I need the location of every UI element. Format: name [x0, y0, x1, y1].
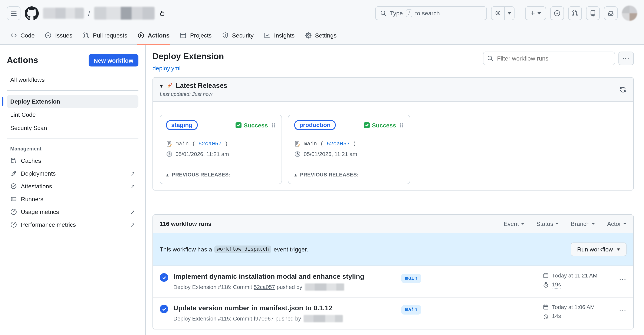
run-commit-sha-link[interactable]: f970967 [254, 315, 274, 322]
calendar-icon [543, 272, 549, 279]
event-filter-dropdown[interactable]: Event [504, 220, 524, 227]
tab-security[interactable]: Security [218, 27, 258, 44]
inbox-icon [607, 10, 614, 17]
external-link-icon: ↗ [130, 170, 135, 177]
commit-sha-link[interactable]: 52ca057 [198, 141, 222, 147]
chevron-down-icon [538, 12, 541, 14]
collapse-up-icon: ▲ [166, 173, 169, 177]
tab-settings[interactable]: Settings [300, 27, 341, 44]
run-date: Today at 1:06 AM [552, 304, 595, 310]
stopwatch-icon [543, 313, 549, 320]
tab-actions[interactable]: Actions [133, 27, 174, 44]
collapse-icon[interactable]: ▼ [160, 83, 163, 88]
sync-icon [619, 86, 626, 93]
run-commit-sha-link[interactable]: 52ca057 [254, 284, 275, 290]
management-item-label: Caches [21, 157, 41, 164]
workflow-item-label: Deploy Extension [10, 98, 60, 105]
top-bar: / Type / to search + [0, 0, 644, 27]
sidebar-item-deployments[interactable]: Deployments ↗ [7, 167, 138, 180]
tab-label: Pull requests [93, 32, 127, 39]
run-options-kebab-button[interactable]: ··· [614, 307, 626, 314]
run-date: Today at 11:21 AM [552, 272, 597, 279]
drag-handle-icon[interactable] [272, 123, 273, 124]
actor-filter-dropdown[interactable]: Actor [607, 220, 626, 227]
search-placeholder-suffix: to search [415, 10, 440, 17]
branch-filter-dropdown[interactable]: Branch [571, 220, 595, 227]
sidebar-item-deploy-extension[interactable]: Deploy Extension [7, 95, 138, 108]
tab-issues[interactable]: Issues [41, 27, 77, 44]
issues-header-button[interactable] [550, 7, 564, 20]
pull-requests-header-button[interactable] [568, 7, 582, 20]
notifications-inbox-button[interactable] [604, 7, 618, 20]
previous-releases-label: PREVIOUS RELEASES: [300, 172, 359, 178]
filter-label: Event [504, 220, 519, 227]
external-link-icon: ↗ [130, 209, 135, 215]
sidebar-item-attestations[interactable]: Attestations ↗ [7, 180, 138, 193]
status-label: Success [244, 122, 268, 129]
verified-badge-icon [10, 183, 17, 190]
user-avatar-redacted[interactable] [622, 6, 637, 21]
hamburger-menu-button[interactable] [7, 7, 20, 20]
search-icon [487, 55, 494, 62]
sidebar-item-runners[interactable]: Runners [7, 193, 138, 205]
copilot-dropdown-button[interactable] [505, 7, 514, 20]
sidebar-item-performance-metrics[interactable]: Performance metrics ↗ [7, 218, 138, 231]
repo-tab-bar: Code Issues Pull requests Actions Projec… [0, 27, 644, 45]
commit-sha-link[interactable]: 52ca057 [327, 141, 350, 147]
play-circle-icon [138, 32, 144, 39]
sidebar-item-all-workflows[interactable]: All workflows [7, 73, 138, 86]
success-check-icon [236, 122, 242, 128]
clock-emoji-icon [294, 151, 301, 157]
create-new-button[interactable]: + [526, 7, 546, 20]
tab-code[interactable]: Code [6, 27, 39, 44]
branch-badge[interactable]: main [401, 305, 421, 314]
sidebar-item-usage-metrics[interactable]: Usage metrics ↗ [7, 205, 138, 218]
filter-workflow-runs-input[interactable] [483, 52, 615, 65]
tab-pull-requests[interactable]: Pull requests [78, 27, 132, 44]
chevron-down-icon [521, 223, 524, 225]
repo-owner-redacted[interactable] [43, 8, 84, 19]
workflow-run-row: Implement dynamic installation modal and… [153, 266, 633, 297]
selected-indicator-bar [2, 97, 4, 106]
copilot-icon [495, 10, 502, 17]
run-meta-suffix: pushed by [276, 315, 301, 322]
environment-pill: staging [166, 120, 198, 130]
server-icon [10, 196, 17, 202]
sidebar-divider [7, 90, 138, 91]
tab-insights[interactable]: Insights [260, 27, 299, 44]
repo-name-redacted[interactable] [94, 7, 154, 20]
workflow-runs-count: 116 workflow runs [160, 220, 212, 227]
previous-releases-toggle[interactable]: ▲ PREVIOUS RELEASES: [294, 172, 404, 178]
run-options-kebab-button[interactable]: ··· [614, 276, 626, 282]
pushed-by-user-redacted [304, 315, 343, 322]
chevron-down-icon [592, 223, 595, 225]
chevron-down-icon [556, 223, 559, 225]
repositories-header-button[interactable] [586, 7, 600, 20]
workflow-options-kebab-button[interactable]: ··· [618, 52, 634, 65]
refresh-button[interactable] [619, 86, 626, 93]
run-title-link[interactable]: Implement dynamic installation modal and… [173, 272, 388, 281]
copilot-chat-button[interactable] [492, 7, 504, 20]
drag-handle-icon[interactable] [400, 123, 401, 124]
sidebar-title: Actions [7, 55, 38, 65]
sidebar-item-security-scan[interactable]: Security Scan [7, 122, 138, 134]
issue-opened-icon [554, 10, 560, 17]
new-workflow-button[interactable]: New workflow [88, 54, 138, 67]
status-filter-dropdown[interactable]: Status [536, 220, 559, 227]
run-workflow-button[interactable]: Run workflow [571, 242, 626, 256]
previous-releases-toggle[interactable]: ▲ PREVIOUS RELEASES: [166, 172, 276, 178]
github-logo-icon[interactable] [25, 6, 39, 20]
hamburger-icon [11, 13, 16, 14]
tab-projects[interactable]: Projects [176, 27, 216, 44]
sidebar-item-caches[interactable]: Caches [7, 154, 138, 167]
global-search-input[interactable]: Type / to search [376, 7, 487, 20]
page-title: Deploy Extension [152, 52, 224, 61]
latest-releases-panel: ▼ Latest Releases Last updated: Just now [152, 77, 634, 190]
git-pull-request-icon [83, 32, 90, 39]
run-title-link[interactable]: Update version number in manifest.json t… [173, 304, 388, 312]
management-item-label: Performance metrics [21, 221, 76, 228]
sidebar-divider [7, 139, 138, 139]
branch-badge[interactable]: main [401, 274, 421, 283]
workflow-file-link[interactable]: deploy.yml [152, 65, 180, 72]
sidebar-item-lint-code[interactable]: Lint Code [7, 108, 138, 121]
